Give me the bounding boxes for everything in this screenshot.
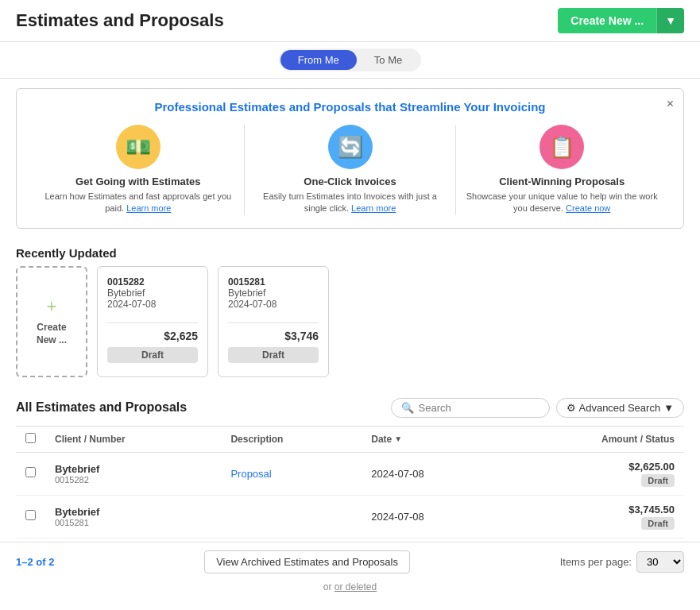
- row-description-1: [221, 495, 362, 538]
- create-new-plus-icon: +: [47, 296, 57, 317]
- promo-item-desc-estimates: Learn how Estimates and fast approvals g…: [41, 191, 236, 215]
- estimate-card-0[interactable]: 0015282 Bytebrief 2024-07-08 $2,625 Draf…: [97, 266, 208, 377]
- promo-item-estimates: 💵 Get Going with Estimates Learn how Est…: [33, 125, 245, 215]
- recently-updated-title: Recently Updated: [0, 238, 700, 266]
- promo-item-proposals: 📋 Client-Winning Proposals Showcase your…: [456, 125, 667, 215]
- estimate-date-0: 2024-07-08: [107, 299, 198, 310]
- row-client-1: Bytebrief 0015281: [45, 495, 221, 538]
- create-new-card-label: CreateNew ...: [37, 322, 67, 346]
- row-status-pill-0: Draft: [641, 474, 675, 487]
- estimate-number-1: 0015281: [228, 276, 319, 288]
- row-status-pill-1: Draft: [641, 517, 675, 530]
- table-header-client: Client / Number: [45, 426, 221, 452]
- search-group: 🔍 ⚙ Advanced Search ▼: [391, 398, 685, 418]
- select-all-checkbox[interactable]: [25, 433, 36, 443]
- row-description-0: Proposal: [221, 452, 362, 495]
- estimate-date-1: 2024-07-08: [228, 299, 319, 310]
- promo-icon-estimates: 💵: [116, 125, 160, 169]
- row-amount-val-1: $3,745.50: [512, 504, 675, 515]
- table-row: Bytebrief 0015281 2024-07-08 $3,745.50 D…: [16, 495, 684, 538]
- advanced-search-filter-icon: ⚙: [567, 402, 576, 414]
- promo-icon-proposals: 📋: [540, 125, 584, 169]
- row-amount-0: $2,625.00 Draft: [503, 452, 684, 495]
- create-new-card[interactable]: + CreateNew ...: [16, 266, 87, 377]
- promo-learn-more-estimates[interactable]: Learn more: [126, 203, 171, 213]
- description-link-0[interactable]: Proposal: [230, 468, 271, 480]
- estimate-status-0: Draft: [107, 347, 198, 363]
- promo-icon-invoices: 🔄: [328, 125, 373, 169]
- advanced-search-chevron-icon: ▼: [663, 402, 674, 414]
- estimate-client-0: Bytebrief: [107, 288, 198, 299]
- estimate-number-0: 0015282: [107, 276, 198, 288]
- row-amount-val-0: $2,625.00: [512, 461, 675, 473]
- estimate-card-1[interactable]: 0015281 Bytebrief 2024-07-08 $3,746 Draf…: [218, 266, 329, 377]
- promo-create-now[interactable]: Create now: [566, 203, 610, 213]
- estimate-amount-1: $3,746: [228, 330, 319, 342]
- promo-item-invoices: 🔄 One-Click Invoices Easily turn Estimat…: [245, 125, 457, 215]
- promo-item-desc-invoices: Easily turn Estimates into Invoices with…: [253, 191, 448, 215]
- advanced-search-button[interactable]: ⚙ Advanced Search ▼: [556, 398, 685, 418]
- promo-item-title-estimates: Get Going with Estimates: [41, 176, 236, 187]
- tabs-group: From Me To Me: [279, 48, 421, 71]
- table-header-checkbox-cell: [16, 426, 45, 452]
- create-new-button[interactable]: Create New ...: [558, 8, 656, 33]
- client-name-0: Bytebrief: [55, 463, 211, 475]
- tab-from-me[interactable]: From Me: [280, 50, 357, 70]
- create-new-group: Create New ... ▼: [558, 8, 684, 33]
- or-deleted: or or deleted: [0, 581, 700, 599]
- table-footer: 1–2 of 2 View Archived Estimates and Pro…: [0, 542, 700, 581]
- table-header-row: Client / Number Description Date ▼ Amoun…: [16, 426, 684, 452]
- table-header-amount: Amount / Status: [503, 426, 684, 452]
- estimate-amount-0: $2,625: [107, 330, 198, 342]
- promo-banner: × Professional Estimates and Proposals t…: [16, 88, 684, 229]
- row-amount-1: $3,745.50 Draft: [503, 495, 684, 538]
- page-header: Estimates and Proposals Create New ... ▼: [0, 0, 700, 42]
- page-title: Estimates and Proposals: [16, 10, 224, 31]
- client-number-1: 0015281: [55, 518, 211, 527]
- all-estimates-title: All Estimates and Proposals: [16, 400, 187, 415]
- all-estimates-section: All Estimates and Proposals 🔍 ⚙ Advanced…: [0, 390, 700, 539]
- row-checkbox-1[interactable]: [25, 510, 36, 520]
- promo-learn-more-invoices[interactable]: Learn more: [351, 203, 396, 213]
- all-estimates-header: All Estimates and Proposals 🔍 ⚙ Advanced…: [16, 398, 684, 418]
- create-new-dropdown-button[interactable]: ▼: [656, 8, 684, 33]
- search-icon: 🔍: [401, 402, 414, 414]
- promo-item-title-invoices: One-Click Invoices: [253, 176, 448, 187]
- deleted-link[interactable]: or deleted: [335, 581, 377, 593]
- table-row: Bytebrief 0015282 Proposal 2024-07-08 $2…: [16, 452, 684, 495]
- tabs-bar: From Me To Me: [0, 42, 700, 79]
- date-sort-icon: ▼: [394, 434, 402, 443]
- items-per-page-select[interactable]: 30 10 20 50 100: [636, 551, 684, 573]
- search-input-wrap: 🔍: [391, 398, 550, 418]
- promo-close-button[interactable]: ×: [667, 97, 674, 111]
- tab-to-me[interactable]: To Me: [357, 50, 420, 70]
- client-name-1: Bytebrief: [55, 506, 211, 518]
- row-date-0: 2024-07-08: [362, 452, 503, 495]
- pagination-info: 1–2 of 2: [16, 556, 54, 568]
- row-checkbox-cell-1: [16, 495, 45, 538]
- estimate-client-1: Bytebrief: [228, 288, 319, 299]
- search-input[interactable]: [419, 402, 540, 414]
- promo-items: 💵 Get Going with Estimates Learn how Est…: [33, 125, 667, 215]
- promo-item-desc-proposals: Showcase your unique value to help win t…: [464, 191, 659, 215]
- view-archived-button[interactable]: View Archived Estimates and Proposals: [204, 550, 410, 573]
- estimate-status-1: Draft: [228, 347, 319, 363]
- promo-item-title-proposals: Client-Winning Proposals: [464, 176, 659, 187]
- client-number-0: 0015282: [55, 475, 211, 485]
- row-date-1: 2024-07-08: [362, 495, 503, 538]
- estimates-table: Client / Number Description Date ▼ Amoun…: [16, 426, 684, 539]
- table-header-date[interactable]: Date ▼: [362, 426, 503, 452]
- items-per-page-label: Items per page:: [560, 556, 632, 568]
- advanced-search-label: Advanced Search: [579, 402, 661, 414]
- recently-updated-section: + CreateNew ... 0015282 Bytebrief 2024-0…: [0, 266, 700, 390]
- promo-title: Professional Estimates and Proposals tha…: [33, 100, 667, 114]
- row-client-0: Bytebrief 0015282: [45, 452, 221, 495]
- table-header-description: Description: [221, 426, 362, 452]
- items-per-page-group: Items per page: 30 10 20 50 100: [560, 551, 684, 573]
- row-checkbox-0[interactable]: [25, 467, 36, 477]
- row-checkbox-cell-0: [16, 452, 45, 495]
